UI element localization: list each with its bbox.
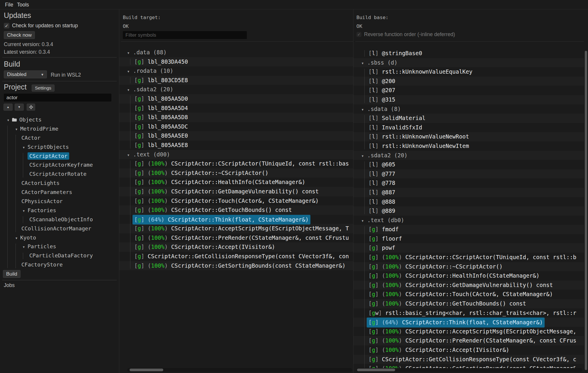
build-mode-dropdown[interactable]: Disabled ▼ bbox=[4, 70, 47, 78]
symbol-name: CScriptActor::AcceptScriptMsg(EScriptObj… bbox=[405, 328, 576, 335]
symbol-row[interactable]: [l] InvalidSfxId bbox=[353, 123, 584, 132]
symbol-row[interactable]: [g] (100%) CScriptActor::PreRender(CStat… bbox=[353, 336, 584, 345]
separator bbox=[2, 81, 117, 81]
symbol-row[interactable]: [g] (100%) CScriptActor::Touch(CActor&, … bbox=[119, 196, 353, 206]
filter-symbols-input[interactable] bbox=[123, 31, 247, 39]
symbol-row[interactable]: [g] (100%) CScriptActor::Touch(CActor&, … bbox=[353, 290, 584, 299]
tree-item-cparticledatafactory[interactable]: CParticleDataFactory bbox=[0, 251, 119, 260]
symbol-row[interactable]: [g] (100%) CScriptActor::HealthInfo(CSta… bbox=[353, 271, 584, 281]
symbol-row[interactable]: [g] CScriptActor::GetCollisionResponseTy… bbox=[119, 252, 353, 261]
section-row[interactable]: .sdata (8) bbox=[353, 104, 584, 114]
symbol-row[interactable]: [g] (100%) CScriptActor::CScriptActor(TU… bbox=[119, 159, 353, 168]
menu-file[interactable]: File bbox=[5, 2, 13, 8]
symbol-row[interactable]: [g] lbl_805AA5DC bbox=[119, 122, 353, 131]
symbol-entry: [l] @778 bbox=[368, 178, 395, 188]
symbol-row[interactable]: [g] CScriptActor::GetCollisionResponseTy… bbox=[353, 355, 584, 364]
section-row[interactable]: .text (db0) bbox=[353, 216, 584, 225]
symbol-row[interactable]: [l] @777 bbox=[353, 169, 584, 179]
symbol-row[interactable]: [g] (100%) CScriptActor::GetDamageVulner… bbox=[119, 187, 353, 196]
tree-item-cscriptactorkeyframe[interactable]: CScriptActorKeyframe bbox=[0, 161, 119, 170]
project-settings-button[interactable]: Settings bbox=[32, 85, 55, 92]
symbol-row[interactable]: [g] (100%) CScriptActor::GetSortingBound… bbox=[119, 261, 353, 271]
symbol-row[interactable]: [g] powf bbox=[353, 243, 584, 253]
symbol-row[interactable]: [g] (100%) CScriptActor::GetTouchBounds(… bbox=[119, 205, 353, 215]
base-hscrollbar-handle[interactable] bbox=[357, 369, 395, 371]
tree-item-cscriptactor[interactable]: CScriptActor bbox=[0, 152, 119, 161]
build-button[interactable]: Build bbox=[3, 270, 21, 278]
symbol-row[interactable]: [g] (100%) CScriptActor::~CScriptActor() bbox=[353, 262, 584, 271]
tree-item-objects[interactable]: Objects bbox=[0, 115, 119, 124]
tree-item-particles[interactable]: Particles bbox=[0, 242, 119, 251]
symbol-row[interactable]: [g] lbl_805AA5E0 bbox=[119, 131, 353, 141]
tree-item-cfactorystore[interactable]: CFactoryStore bbox=[0, 260, 119, 269]
section-row[interactable]: .data (88) bbox=[119, 48, 353, 57]
symbol-row[interactable]: [l] @887 bbox=[353, 188, 584, 197]
symbol-row[interactable]: [g] (100%) CScriptActor::CScriptActor(TU… bbox=[353, 253, 584, 262]
symbol-row[interactable]: [l] @stringBase0 bbox=[353, 49, 584, 58]
tree-item-scriptobjects[interactable]: ScriptObjects bbox=[0, 143, 119, 152]
prev-match-button[interactable]: ▲ bbox=[4, 104, 13, 111]
next-match-button[interactable]: ▼ bbox=[15, 104, 24, 111]
tree-item-cphysicsactor[interactable]: CPhysicsActor bbox=[0, 197, 119, 206]
tree-item-factories[interactable]: Factories bbox=[0, 206, 119, 215]
symbol-row[interactable]: [g] lbl_805AA5D0 bbox=[119, 94, 353, 104]
symbol-row[interactable]: [l] @889 bbox=[353, 206, 584, 216]
symbol-flag-l: l bbox=[372, 143, 375, 149]
symbol-name: CScriptActor::GetTouchBounds() const bbox=[171, 207, 292, 213]
base-hscrollbar-track[interactable] bbox=[356, 368, 582, 372]
symbol-flag-g: g bbox=[372, 226, 375, 232]
symbol-row[interactable]: [g] lbl_803CD5E8 bbox=[119, 76, 353, 85]
symbol-row[interactable]: [l] @605 bbox=[353, 160, 584, 169]
check-now-button[interactable]: Check now bbox=[4, 31, 35, 39]
symbol-row[interactable]: [l] @315 bbox=[353, 95, 584, 104]
symbol-row[interactable]: [g] lbl_803DA450 bbox=[119, 57, 353, 67]
tree-item-cactorlights[interactable]: CActorLights bbox=[0, 179, 119, 188]
target-hscrollbar-track[interactable] bbox=[127, 368, 352, 372]
symbol-row[interactable]: [l] rstl::kUnknownValueEqualKey bbox=[353, 67, 584, 77]
section-row[interactable]: .text (d00) bbox=[119, 150, 353, 159]
symbol-row[interactable]: [l] rstl::kUnknownValueNewItem bbox=[353, 141, 584, 151]
section-row[interactable]: .sdata2 (20) bbox=[353, 151, 584, 160]
project-search-input[interactable] bbox=[4, 94, 111, 102]
symbol-row[interactable]: [g] (64%) CScriptActor::Think(float, CSt… bbox=[119, 215, 353, 224]
locate-current-button[interactable] bbox=[27, 104, 35, 111]
symbol-row[interactable]: [g] lbl_805AA5E8 bbox=[119, 141, 353, 150]
tree-item-cactor[interactable]: CActor bbox=[0, 134, 119, 143]
section-row[interactable]: .sdata2 (20) bbox=[119, 85, 353, 94]
tree-item-cscriptactorrotate[interactable]: CScriptActorRotate bbox=[0, 170, 119, 179]
menu-tools[interactable]: Tools bbox=[17, 2, 29, 8]
symbol-row[interactable]: [l] @200 bbox=[353, 77, 584, 86]
target-hscrollbar-handle[interactable] bbox=[130, 369, 163, 371]
section-label: .text (d00) bbox=[133, 151, 170, 158]
symbol-row[interactable]: [g] (100%) CScriptActor::AcceptScriptMsg… bbox=[119, 224, 353, 233]
symbol-row[interactable]: [g] (100%) CScriptActor::Accept(IVisitor… bbox=[353, 345, 584, 355]
symbol-row[interactable]: [l] SolidMaterial bbox=[353, 114, 584, 123]
symbol-row[interactable]: [g] (100%) CScriptActor::AcceptScriptMsg… bbox=[353, 327, 584, 336]
tree-item-ccollisionactormanager[interactable]: CCollisionActorManager bbox=[0, 224, 119, 233]
section-row[interactable]: .rodata (10) bbox=[119, 66, 353, 76]
symbol-row[interactable]: [gw] rstl::basic_string<char, rstl::char… bbox=[353, 308, 584, 318]
symbol-row[interactable]: [g] (64%) CScriptActor::Think(float, CSt… bbox=[353, 318, 584, 327]
tree-item-metroidprime[interactable]: MetroidPrime bbox=[0, 124, 119, 134]
symbol-row[interactable]: [g] fmodf bbox=[353, 225, 584, 234]
symbol-row[interactable]: [g] (100%) CScriptActor::GetTouchBounds(… bbox=[353, 299, 584, 308]
symbol-row[interactable]: [g] (100%) CScriptActor::Accept(IVisitor… bbox=[119, 242, 353, 252]
reverse-order-checkbox[interactable]: Reverse function order (-inline deferred… bbox=[356, 31, 455, 38]
symbol-row[interactable]: [g] lbl_805AA5D4 bbox=[119, 104, 353, 113]
symbol-row[interactable]: [g] (100%) CScriptActor::HealthInfo(CSta… bbox=[119, 178, 353, 187]
symbol-row[interactable]: [g] (100%) CScriptActor::PreRender(CStat… bbox=[119, 233, 353, 243]
symbol-row[interactable]: [g] (100%) CScriptActor::~CScriptActor() bbox=[119, 168, 353, 178]
symbol-row[interactable]: [g] (100%) CScriptActor::GetDamageVulner… bbox=[353, 281, 584, 290]
symbol-row[interactable]: [g] lbl_805AA5D8 bbox=[119, 113, 353, 122]
base-vscrollbar-handle[interactable] bbox=[585, 51, 587, 370]
symbol-row[interactable]: [l] @888 bbox=[353, 197, 584, 207]
update-startup-checkbox[interactable]: Check for updates on startup bbox=[4, 23, 78, 29]
tree-item-cactorparameters[interactable]: CActorParameters bbox=[0, 188, 119, 197]
tree-item-kyoto[interactable]: Kyoto bbox=[0, 233, 119, 242]
symbol-row[interactable]: [l] @207 bbox=[353, 86, 584, 95]
section-row[interactable]: .sbss (d) bbox=[353, 58, 584, 67]
symbol-row[interactable]: [l] rstl::kUnknownValueNewRoot bbox=[353, 132, 584, 141]
symbol-row[interactable]: [g] floorf bbox=[353, 234, 584, 244]
tree-item-cscannableobjectinfo[interactable]: CScannableObjectInfo bbox=[0, 215, 119, 224]
symbol-row[interactable]: [l] @778 bbox=[353, 178, 584, 188]
